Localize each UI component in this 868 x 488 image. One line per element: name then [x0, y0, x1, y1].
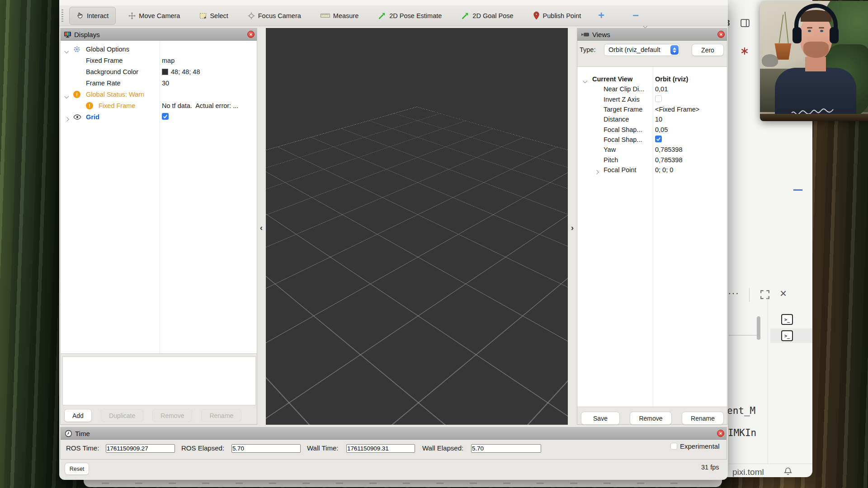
displays-tree-row[interactable]: Global Options [61, 43, 257, 55]
property-checkbox[interactable] [655, 95, 662, 103]
row-label: Fixed Frame [99, 102, 135, 109]
views-tree-row[interactable]: Current ViewOrbit (rviz) [577, 74, 727, 84]
experimental-label: Experimental [680, 442, 720, 450]
displays-tree-row[interactable]: !Fixed FrameNo tf data. Actual error: ..… [61, 100, 257, 111]
ros-time-input[interactable] [106, 444, 175, 453]
tool-publish-point[interactable]: Publish Point [526, 7, 588, 25]
views-tree-row[interactable]: Focal Point0; 0; 0 [577, 165, 727, 175]
tool-2d-goal-pose[interactable]: 2D Goal Pose [454, 7, 520, 25]
row-value[interactable]: 48; 48; 48 [162, 68, 200, 75]
more-actions-icon[interactable]: ··· [728, 287, 739, 299]
render-viewport[interactable] [266, 28, 568, 425]
row-value[interactable]: 0,785398 [655, 156, 682, 164]
row-value[interactable] [162, 113, 169, 121]
ros-elapsed-input[interactable] [231, 444, 301, 453]
views-panel: Views × Type: Orbit (rviz_default Zero C… [577, 28, 727, 425]
camera-icon [581, 32, 590, 38]
displays-tree-row[interactable]: !Global Status: Warn [61, 89, 257, 100]
row-value[interactable]: 30 [162, 80, 169, 87]
rviz-window: InteractMove CameraSelectFocus CameraMea… [59, 0, 728, 480]
views-tree-row[interactable]: Invert Z Axis [577, 94, 727, 104]
remove-tool-button[interactable]: − [632, 9, 639, 22]
select-stepper-icon[interactable] [670, 45, 679, 55]
view-type-value: Orbit (rviz_default [609, 46, 660, 53]
views-tree-row[interactable]: Distance10 [577, 114, 727, 124]
displays-tree-row[interactable]: Grid [61, 111, 257, 122]
terminal-icon[interactable]: >_ [781, 330, 793, 341]
webcam-overlay [760, 1, 868, 121]
row-value[interactable]: 0,05 [655, 126, 668, 133]
tool-focus-camera[interactable]: Focus Camera [241, 7, 308, 25]
plant-stem [779, 14, 784, 43]
tool-interact[interactable]: Interact [69, 7, 116, 25]
views-tree-row[interactable]: Yaw0,785398 [577, 145, 727, 155]
row-value[interactable] [655, 95, 662, 103]
expander-down-icon[interactable] [583, 77, 587, 81]
statusbar-filename[interactable]: pixi.toml [732, 467, 764, 477]
time-panel: Time × Experimental ROS Time:ROS Elapsed… [60, 427, 727, 460]
row-value[interactable] [655, 136, 662, 144]
tool-measure[interactable]: Measure [314, 7, 365, 25]
bell-icon[interactable] [783, 467, 793, 478]
tool-select[interactable]: Select [193, 7, 235, 25]
rename-view-button[interactable]: Rename [682, 412, 724, 425]
tool-2d-pose-estimate[interactable]: 2D Pose Estimate [371, 7, 448, 25]
experimental-toggle[interactable]: Experimental [670, 442, 720, 450]
views-panel-header[interactable]: Views × [577, 28, 727, 41]
add-button[interactable]: Add [64, 409, 92, 422]
views-tree-row[interactable]: Target Frame<Fixed Frame> [577, 104, 727, 114]
tool-move-camera[interactable]: Move Camera [122, 7, 187, 25]
person-beard [803, 42, 829, 58]
time-panel-header[interactable]: Time × [61, 427, 726, 440]
editor-text: IMKIn [728, 427, 756, 438]
row-value[interactable]: map [162, 57, 175, 64]
row-value[interactable]: Orbit (rviz) [655, 75, 688, 83]
row-value[interactable]: <Fixed Frame> [655, 106, 699, 113]
window-split-icon[interactable] [741, 19, 750, 29]
view-type-select[interactable]: Orbit (rviz_default [604, 44, 680, 56]
wall-time-input[interactable] [346, 444, 415, 453]
displays-buttons: AddDuplicateRemoveRename [64, 409, 241, 422]
displays-panel-header[interactable]: Displays × [61, 28, 257, 41]
collapse-right-panel-button[interactable]: › [569, 222, 576, 233]
wall-elapsed-input[interactable] [471, 444, 541, 453]
time-close-icon[interactable]: × [717, 430, 724, 437]
views-close-icon[interactable]: × [717, 31, 725, 38]
row-value[interactable]: 0,785398 [655, 146, 682, 153]
red-pin-icon [533, 11, 540, 20]
row-label: Grid [86, 113, 99, 121]
views-tree-row[interactable]: Pitch0,785398 [577, 155, 727, 164]
maximize-icon[interactable] [760, 290, 770, 301]
close-icon[interactable]: × [780, 286, 787, 300]
add-tool-button[interactable]: + [598, 9, 604, 22]
displays-panel-title: Displays [74, 31, 100, 38]
displays-tree-row[interactable]: Fixed Framemap [61, 55, 257, 66]
collapse-left-panel-button[interactable]: ‹ [258, 222, 265, 233]
remove-view-button[interactable]: Remove [630, 412, 672, 425]
row-value[interactable]: 0,01 [655, 85, 668, 93]
row-value[interactable]: No tf data. Actual error: ... [162, 102, 238, 109]
experimental-checkbox[interactable] [670, 443, 677, 450]
expander-down-icon[interactable] [65, 92, 69, 96]
row-value[interactable]: 10 [655, 116, 662, 123]
expander-right-icon[interactable] [594, 168, 599, 172]
displays-close-icon[interactable]: × [247, 31, 255, 38]
expander-right-icon[interactable] [65, 115, 69, 119]
tool-label: Interact [87, 12, 108, 19]
row-label: Pitch [604, 156, 618, 164]
save-view-button[interactable]: Save [581, 412, 620, 425]
row-label: Focal Shap... [604, 126, 642, 133]
enabled-checkbox[interactable] [162, 113, 169, 121]
displays-tree-row[interactable]: Background Color48; 48; 48 [61, 66, 257, 77]
row-value[interactable]: 0; 0; 0 [655, 166, 673, 174]
terminal-icon[interactable]: >_ [781, 314, 793, 325]
property-checkbox[interactable] [655, 136, 662, 144]
displays-tree-row[interactable]: Frame Rate30 [61, 77, 257, 89]
expander-down-icon[interactable] [65, 47, 69, 51]
views-tree-row[interactable]: Focal Shap... [577, 135, 727, 145]
views-tree-row[interactable]: Near Clip Di...0,01 [577, 84, 727, 94]
reset-button[interactable]: Reset [65, 463, 89, 475]
zero-button[interactable]: Zero [692, 44, 724, 56]
views-tree-row[interactable]: Focal Shap...0,05 [577, 124, 727, 134]
scrollbar-thumb[interactable] [757, 316, 760, 340]
